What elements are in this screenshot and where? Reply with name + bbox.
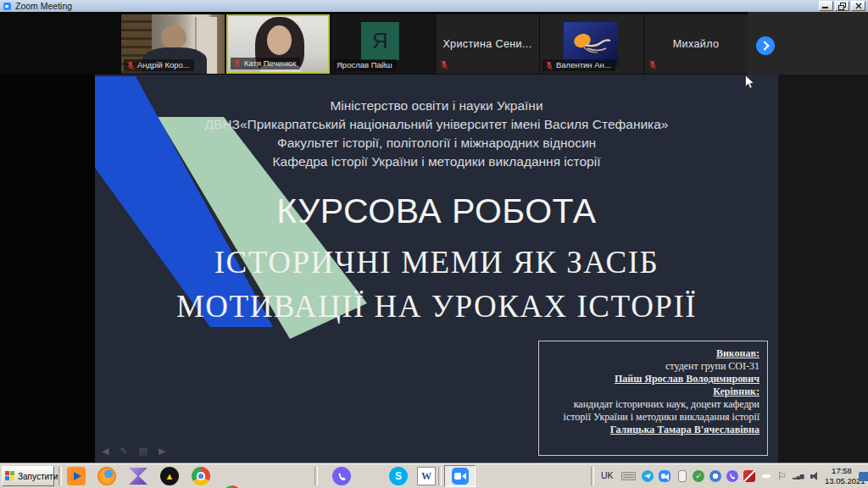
restore-button[interactable] — [835, 1, 849, 11]
credits-line: кандидат історичних наук, доцент кафедри — [544, 398, 760, 411]
minimize-button[interactable] — [819, 1, 833, 11]
kmplayer-icon[interactable] — [129, 467, 147, 485]
zoom-tray-icon[interactable] — [659, 470, 670, 482]
pen-icon[interactable]: ✎ — [120, 446, 127, 456]
play-glyph — [74, 472, 81, 480]
participant-name: Михайло — [644, 14, 748, 74]
participant-tile-valentyn[interactable]: Валентин Ан... — [540, 14, 643, 74]
participant-tile-katya[interactable]: Катя Печенюк — [226, 14, 330, 74]
clock-time: 17:58 — [825, 466, 859, 476]
window-title: Zoom Meeting — [15, 1, 72, 11]
taskbar: Запустити UK ⚐ ▂▄▆ 17:58 13. — [0, 463, 868, 488]
telegram-tray-icon[interactable] — [642, 470, 654, 482]
participant-name: Христина Сени... — [436, 14, 539, 74]
firefox-icon[interactable] — [97, 467, 116, 485]
participant-label: Ярослав Пайш — [334, 59, 397, 71]
flag-icon[interactable]: ⚐ — [777, 470, 789, 482]
muted-mic-icon — [545, 61, 554, 70]
media-player-icon[interactable] — [67, 467, 86, 485]
viber-icon[interactable] — [332, 467, 351, 485]
chrome-icon[interactable] — [192, 467, 210, 485]
downloader-tray-icon[interactable] — [709, 470, 721, 482]
phone-glyph — [337, 472, 347, 481]
system-tray: UK ⚐ ▂▄▆ 17:58 13.05.2021 — [591, 463, 868, 488]
keyboard-icon[interactable] — [621, 472, 636, 480]
letter-avatar: Я — [361, 22, 399, 60]
phone-tray-icon[interactable] — [678, 470, 687, 482]
slide-subtitle: ІСТОРИЧНІ МЕМИ ЯК ЗАСІБ МОТИВАЦІЇ НА УРО… — [95, 241, 778, 329]
shared-screen-background — [778, 75, 868, 463]
participant-name: Валентин Ан... — [556, 60, 611, 70]
credits-line: Керівник: — [544, 385, 760, 398]
subtitle-line: МОТИВАЦІЇ НА УРОКАХ ІСТОРІЇ — [95, 285, 778, 329]
person-silhouette — [267, 25, 292, 55]
muted-mic-icon — [126, 61, 135, 70]
credits-line: Виконав: — [544, 347, 760, 360]
window-titlebar[interactable]: Zoom Meeting — [0, 0, 868, 13]
participant-label: Катя Печенюк — [231, 58, 300, 69]
next-arrow-icon[interactable]: ▶ — [159, 446, 165, 456]
word-icon[interactable] — [417, 467, 436, 485]
person-silhouette — [161, 25, 186, 48]
restore-icon — [838, 3, 846, 10]
slide-menu-icon[interactable]: ▤ — [139, 446, 147, 456]
participant-tile-khrystyna[interactable]: Христина Сени... — [436, 14, 539, 74]
muted-mic-icon — [233, 59, 242, 69]
header-line: Кафедра історії України і методики викла… — [95, 152, 778, 171]
chevron-right-icon — [760, 41, 769, 50]
subtitle-line: ІСТОРИЧНІ МЕМИ ЯК ЗАСІБ — [95, 241, 778, 285]
viber-tray-icon[interactable] — [726, 470, 738, 482]
antivirus-tray-icon[interactable] — [693, 470, 704, 482]
taskbar-separator — [314, 467, 318, 485]
participants-strip: Андрій Коро... Катя Печенюк Я Ярослав Па… — [0, 12, 868, 75]
muted-mic-icon — [440, 60, 448, 69]
participant-label: Валентин Ан... — [542, 59, 615, 71]
start-button[interactable]: Запустити — [2, 466, 54, 486]
show-desktop-icon[interactable] — [859, 472, 868, 481]
header-line: Міністерство освіти і науки України — [95, 97, 778, 115]
zoom-camera-icon — [452, 468, 469, 485]
presentation-slide: Міністерство освіти і науки України ДВНЗ… — [95, 75, 778, 463]
participant-tile-yaroslav[interactable]: Я Ярослав Пайш — [331, 14, 435, 74]
credits-line: історії України і методики викладання іс… — [544, 411, 760, 424]
zoom-taskbar-button[interactable] — [444, 465, 476, 487]
windows-logo-icon — [5, 471, 15, 481]
slide-header: Міністерство освіти і науки України ДВНЗ… — [95, 97, 778, 171]
participant-label: Андрій Коро... — [124, 59, 194, 71]
header-line: ДВНЗ«Прикарпатський національний універс… — [95, 115, 778, 134]
presenter-controls: ◀ ✎ ▤ ▶ — [102, 446, 166, 456]
participant-tile-andriy[interactable]: Андрій Коро... — [121, 14, 225, 74]
mouse-cursor — [744, 75, 755, 90]
language-indicator[interactable]: UK — [601, 470, 614, 480]
slide-title: КУРСОВА РОБОТА — [95, 191, 778, 231]
aimp-icon[interactable] — [160, 467, 179, 485]
close-button[interactable] — [851, 1, 865, 11]
header-line: Факультет історії, політології і міжнаро… — [95, 134, 778, 152]
network-icon[interactable]: ▂▄▆ — [793, 470, 804, 482]
guard-tray-icon[interactable] — [743, 470, 755, 482]
taskbar-separator — [438, 467, 442, 485]
clock-date: 13.05.2021 — [825, 476, 859, 486]
more-participants-button[interactable] — [756, 36, 775, 55]
credits-line: студент групи СОІ-31 — [544, 360, 760, 373]
tray-clock[interactable]: 17:58 13.05.2021 — [825, 466, 859, 486]
phone-glyph — [729, 473, 736, 480]
window-controls — [817, 1, 868, 11]
taskbar-separator — [58, 467, 62, 485]
participant-name: Ярослав Пайш — [337, 60, 392, 70]
participant-tile-mykhailo[interactable]: Михайло — [644, 14, 748, 74]
close-icon — [855, 3, 862, 9]
skype-icon[interactable] — [389, 467, 408, 485]
zoom-app-icon — [3, 3, 11, 10]
muted-mic-icon — [648, 60, 657, 69]
shared-screen-area: Міністерство освіти і науки України ДВНЗ… — [0, 75, 868, 463]
participant-name: Андрій Коро... — [137, 60, 190, 70]
credits-box: Виконав: студент групи СОІ-31 Пайш Яросл… — [538, 341, 768, 456]
start-label: Запустити — [18, 472, 58, 481]
participant-name: Катя Печенюк — [244, 58, 296, 69]
credits-line: Галицька Тамара В'ячеславівна — [544, 424, 760, 436]
prev-arrow-icon[interactable]: ◀ — [102, 446, 108, 456]
tray-separator — [591, 467, 594, 485]
credits-line: Пайш Ярослав Володимирович — [544, 373, 760, 385]
